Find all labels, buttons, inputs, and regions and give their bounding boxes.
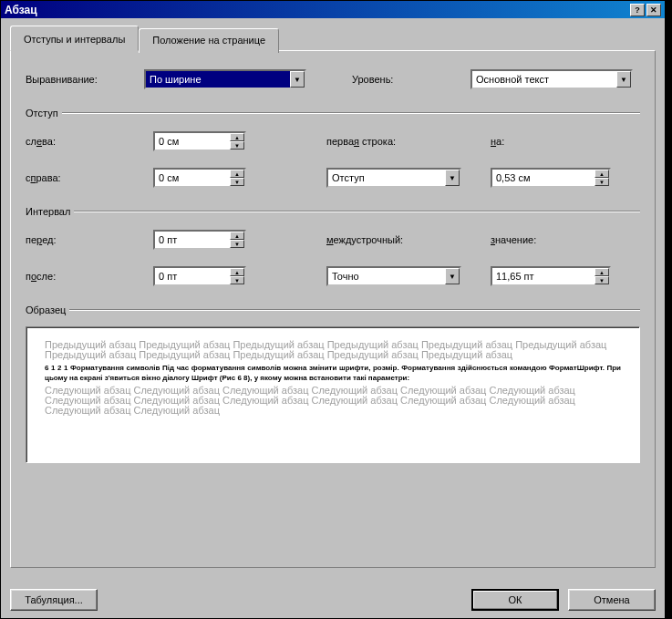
ok-button[interactable]: ОК — [471, 589, 559, 611]
first-line-combo[interactable]: Отступ ▼ — [326, 168, 461, 188]
indent-left-spinner[interactable]: 0 см ▲ ▼ — [153, 131, 246, 151]
spin-up-icon[interactable]: ▲ — [230, 268, 244, 276]
before-spinner[interactable]: 0 пт ▲ ▼ — [153, 230, 246, 250]
tab-indents-spacing[interactable]: Отступы и интервалы — [10, 26, 139, 51]
preview-sample: 6 1 2 1 Форматування символів Під час фо… — [45, 363, 621, 383]
indent-left-label: слева: — [26, 136, 153, 147]
dialog-body: Отступы и интервалы Положение на страниц… — [1, 18, 665, 618]
spin-down-icon[interactable]: ▼ — [594, 276, 609, 284]
tabs-button[interactable]: Табуляция... — [10, 589, 98, 611]
tab-label: Отступы и интервалы — [24, 34, 125, 45]
ok-button-label: ОК — [509, 594, 522, 605]
preview-area: Предыдущий абзац Предыдущий абзац Предыд… — [26, 326, 640, 463]
spin-down-icon[interactable]: ▼ — [230, 178, 244, 186]
alignment-row: Выравнивание: По ширине ▼ Уровень: Основ… — [26, 69, 640, 89]
indent-fields: слева: 0 см ▲ ▼ первая строка: на: справ… — [26, 131, 640, 188]
spin-up-icon[interactable]: ▲ — [230, 232, 244, 240]
spin-up-icon[interactable]: ▲ — [594, 170, 609, 178]
indent-right-label: справа: — [26, 172, 153, 183]
at-label: значение: — [491, 234, 627, 245]
titlebar: Абзац ? ✕ — [1, 1, 665, 18]
paragraph-dialog: Абзац ? ✕ Отступы и интервалы Положение … — [0, 0, 666, 619]
help-button[interactable]: ? — [630, 4, 645, 16]
spin-up-icon[interactable]: ▲ — [230, 133, 244, 141]
line-spacing-combo[interactable]: Точно ▼ — [326, 266, 461, 286]
titlebar-buttons: ? ✕ — [630, 4, 661, 16]
chevron-down-icon[interactable]: ▼ — [445, 268, 460, 284]
tab-panel: Выравнивание: По ширине ▼ Уровень: Основ… — [10, 50, 656, 568]
spin-up-icon[interactable]: ▲ — [230, 170, 244, 178]
tab-line-page-breaks[interactable]: Положение на странице — [139, 28, 279, 53]
first-line-by-spinner[interactable]: 0,53 см ▲ ▼ — [491, 168, 611, 188]
alignment-combo[interactable]: По ширине ▼ — [144, 69, 306, 89]
after-value: 0 пт — [155, 268, 230, 284]
preview-previous: Предыдущий абзац Предыдущий абзац Предыд… — [45, 340, 621, 360]
by-label: на: — [491, 136, 627, 147]
line-spacing-at-value: 11,65 пт — [492, 268, 594, 284]
preview-next: Следующий абзац Следующий абзац Следующи… — [45, 386, 621, 416]
spacing-group: Интервал перед: 0 пт ▲ ▼ междустрочный: — [26, 206, 640, 286]
spacing-fields: перед: 0 пт ▲ ▼ междустрочный: значение:… — [26, 230, 640, 286]
dialog-buttons: Табуляция... ОК Отмена — [10, 589, 656, 611]
alignment-label: Выравнивание: — [26, 74, 144, 85]
indent-group: Отступ слева: 0 см ▲ ▼ первая строка: — [26, 108, 640, 188]
line-spacing-label: междустрочный: — [326, 234, 491, 245]
chevron-down-icon[interactable]: ▼ — [445, 170, 460, 186]
after-spinner[interactable]: 0 пт ▲ ▼ — [153, 266, 246, 286]
indent-right-spinner[interactable]: 0 см ▲ ▼ — [153, 168, 246, 188]
indent-group-label: Отступ — [26, 108, 58, 119]
window-title: Абзац — [5, 4, 37, 16]
line-spacing-at-spinner[interactable]: 11,65 пт ▲ ▼ — [491, 266, 611, 286]
level-label: Уровень: — [352, 74, 470, 85]
before-value: 0 пт — [155, 232, 230, 248]
spin-up-icon[interactable]: ▲ — [594, 268, 609, 276]
spin-down-icon[interactable]: ▼ — [230, 141, 244, 150]
level-value: Основной текст — [472, 73, 616, 86]
spin-down-icon[interactable]: ▼ — [230, 276, 244, 284]
chevron-down-icon[interactable]: ▼ — [290, 71, 305, 88]
first-line-by-value: 0,53 см — [492, 170, 594, 186]
tab-bar: Отступы и интервалы Положение на страниц… — [10, 26, 656, 50]
preview-label: Образец — [26, 304, 66, 315]
cancel-button[interactable]: Отмена — [568, 589, 656, 611]
spin-down-icon[interactable]: ▼ — [594, 178, 609, 186]
first-line-label: первая строка: — [326, 136, 491, 147]
preview-group: Образец Предыдущий абзац Предыдущий абза… — [26, 304, 640, 463]
after-label: после: — [26, 271, 153, 282]
indent-left-value: 0 см — [155, 133, 230, 150]
cancel-button-label: Отмена — [594, 594, 629, 605]
before-label: перед: — [26, 234, 153, 245]
tab-label: Положение на странице — [152, 35, 265, 46]
line-spacing-value: Точно — [328, 270, 445, 283]
alignment-value: По ширине — [146, 73, 290, 86]
spacing-group-label: Интервал — [26, 206, 70, 217]
indent-right-value: 0 см — [155, 170, 230, 186]
chevron-down-icon[interactable]: ▼ — [616, 71, 631, 88]
level-combo[interactable]: Основной текст ▼ — [470, 69, 633, 89]
close-button[interactable]: ✕ — [646, 4, 661, 16]
tabs-button-label: Табуляция... — [25, 594, 83, 605]
first-line-value: Отступ — [328, 171, 445, 184]
spin-down-icon[interactable]: ▼ — [230, 240, 244, 248]
